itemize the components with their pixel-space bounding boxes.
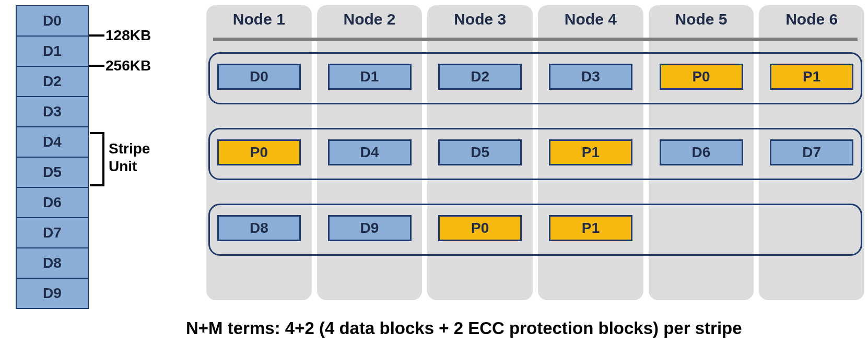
data-block-d9: D9 xyxy=(16,278,89,309)
nodes-divider xyxy=(213,38,858,41)
stripe1-node5-block: P0 xyxy=(660,64,743,90)
data-block-d2: D2 xyxy=(16,66,89,97)
size-tick-256 xyxy=(89,65,104,67)
nodes-area: Node 1 D0 P0 D8 Node 2 D1 D4 D9 Node 3 D… xyxy=(206,5,864,300)
stripe2-node1-block: P0 xyxy=(217,139,301,165)
node-title-4: Node 4 xyxy=(565,5,617,40)
node-col-3: Node 3 D2 D5 P0 xyxy=(427,5,533,300)
stripe2-node4-block: P1 xyxy=(549,139,632,165)
stripe3-node2-block: D9 xyxy=(328,215,412,241)
size-tick-128 xyxy=(89,34,104,37)
node-col-4: Node 4 D3 P1 P1 xyxy=(538,5,643,300)
data-block-d1: D1 xyxy=(16,35,89,67)
stripe3-node1-block: D8 xyxy=(217,215,301,241)
diagram-caption: N+M terms: 4+2 (4 data blocks + 2 ECC pr… xyxy=(186,318,863,338)
stripe1-node6-block: P1 xyxy=(770,64,853,90)
data-block-d7: D7 xyxy=(16,217,89,248)
stripe2-node5-block: D6 xyxy=(660,139,743,165)
nodes-row: Node 1 D0 P0 D8 Node 2 D1 D4 D9 Node 3 D… xyxy=(206,5,864,300)
stripe1-node2-block: D1 xyxy=(328,64,412,90)
node-title-3: Node 3 xyxy=(454,5,506,40)
data-stack: D0 D1 D2 D3 D4 D5 D6 D7 D8 D9 xyxy=(16,5,89,309)
data-block-d0: D0 xyxy=(16,5,89,37)
node-title-5: Node 5 xyxy=(675,5,728,40)
size-label-128: 128KB xyxy=(105,27,151,44)
data-block-d8: D8 xyxy=(16,247,89,279)
node-title-1: Node 1 xyxy=(233,5,285,40)
data-block-d5: D5 xyxy=(16,157,89,188)
stripe3-node4-block: P1 xyxy=(549,215,632,241)
stripe1-node4-block: D3 xyxy=(549,64,632,90)
stripe-unit-bracket xyxy=(90,132,104,186)
node-col-6: Node 6 P1 D7 xyxy=(759,5,864,300)
node-title-6: Node 6 xyxy=(785,5,838,40)
stripe2-node2-block: D4 xyxy=(328,139,412,165)
stripe2-node3-block: D5 xyxy=(438,139,522,165)
stripe3-node3-block: P0 xyxy=(438,215,522,241)
node-title-2: Node 2 xyxy=(343,5,395,40)
stripe1-node1-block: D0 xyxy=(217,64,301,90)
node-col-2: Node 2 D1 D4 D9 xyxy=(317,5,423,300)
stripe-unit-label: Stripe Unit xyxy=(109,140,150,175)
data-block-d6: D6 xyxy=(16,187,89,218)
stripe2-node6-block: D7 xyxy=(770,139,853,165)
node-col-1: Node 1 D0 P0 D8 xyxy=(206,5,312,300)
data-block-d3: D3 xyxy=(16,96,89,127)
stripe1-node3-block: D2 xyxy=(438,64,522,90)
node-col-5: Node 5 P0 D6 xyxy=(649,5,754,300)
size-label-256: 256KB xyxy=(105,57,151,74)
diagram-canvas: D0 D1 D2 D3 D4 D5 D6 D7 D8 D9 128KB 256K… xyxy=(0,0,868,356)
data-block-d4: D4 xyxy=(16,126,89,158)
